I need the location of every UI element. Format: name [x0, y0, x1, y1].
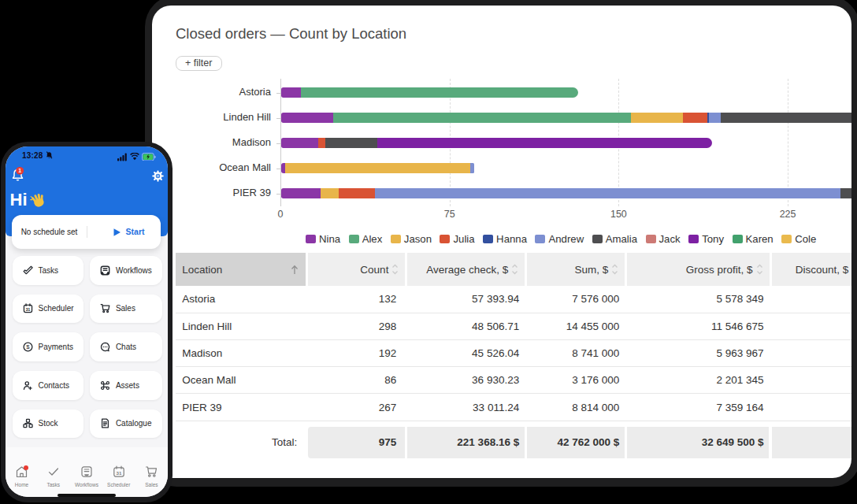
svg-text:1: 1: [18, 168, 21, 173]
svg-text:31: 31: [25, 307, 30, 312]
svg-text:$: $: [26, 343, 30, 350]
svg-text:31: 31: [116, 470, 121, 476]
